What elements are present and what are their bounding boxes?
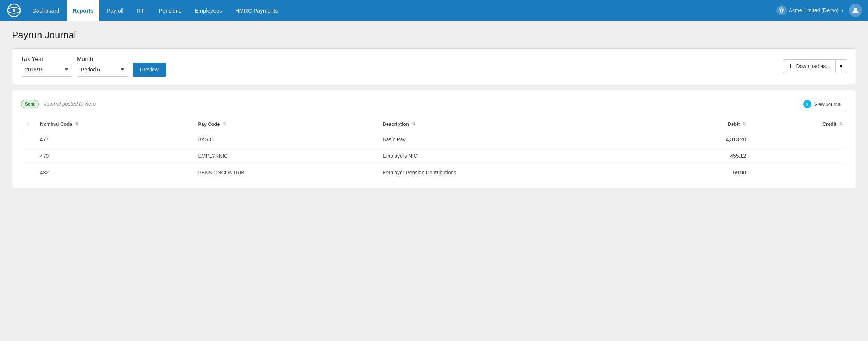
- journal-status: Sent Journal posted to Xero: [21, 100, 96, 108]
- filter-controls: Tax Year 2016/17 2017/18 2018/19 2019/20…: [21, 56, 166, 77]
- th-credit[interactable]: Credit ⇅: [750, 118, 847, 131]
- cell-credit: [750, 164, 847, 181]
- cell-debit: 59.90: [654, 164, 751, 181]
- table-row: 482 PENSIONCONTRIB Employer Pension Cont…: [21, 164, 847, 181]
- nav-hmrc-payments[interactable]: HMRC Payments: [230, 0, 284, 21]
- filter-row: Tax Year 2016/17 2017/18 2018/19 2019/20…: [21, 56, 847, 77]
- sort-debit-icon: ⇅: [743, 122, 746, 127]
- cell-sort: [21, 148, 36, 164]
- company-selector[interactable]: Acme Limited (Demo) ▼: [776, 5, 844, 15]
- download-icon: ⬇: [789, 63, 793, 69]
- tax-year-label: Tax Year: [21, 56, 72, 63]
- main-content: Payrun Journal Tax Year 2016/17 2017/18 …: [0, 21, 868, 197]
- cell-description: Employer Pension Contributions: [378, 164, 654, 181]
- page-title: Payrun Journal: [12, 29, 856, 41]
- table-row: 479 EMPLYRNIC Employers NIC 455.12: [21, 148, 847, 164]
- nav-dashboard[interactable]: Dashboard: [26, 0, 65, 21]
- download-label: Download as...: [796, 63, 830, 69]
- view-journal-button[interactable]: x View Journal: [798, 98, 847, 110]
- cell-pay-code: BASIC: [194, 131, 378, 148]
- cell-sort: [21, 131, 36, 148]
- table-header-row: ⇅ Nominal Code ⇅ Pay Code ⇅: [21, 118, 847, 131]
- th-sort-icon[interactable]: ⇅: [21, 118, 36, 131]
- journal-card: Sent Journal posted to Xero x View Journ…: [12, 90, 856, 188]
- nav-rti[interactable]: RTI: [131, 0, 152, 21]
- download-group: ⬇ Download as... ▼: [783, 59, 847, 73]
- journal-posted-text: Journal posted to Xero: [44, 101, 96, 107]
- nav-reports[interactable]: Reports: [67, 0, 99, 21]
- month-select[interactable]: Period 1 Period 2 Period 3 Period 4 Peri…: [77, 63, 128, 77]
- journal-header: Sent Journal posted to Xero x View Journ…: [21, 98, 847, 110]
- svg-point-5: [854, 8, 857, 11]
- company-name: Acme Limited (Demo): [789, 7, 839, 13]
- nav-employees[interactable]: Employees: [189, 0, 228, 21]
- svg-point-4: [780, 9, 783, 11]
- nav-pensions[interactable]: Pensions: [153, 0, 188, 21]
- cell-pay-code: EMPLYRNIC: [194, 148, 378, 164]
- view-journal-label: View Journal: [814, 102, 842, 107]
- month-group: Month Period 1 Period 2 Period 3 Period …: [77, 56, 128, 77]
- nav-right: Acme Limited (Demo) ▼: [776, 4, 862, 17]
- preview-button[interactable]: Preview: [133, 63, 166, 77]
- download-arrow-button[interactable]: ▼: [835, 59, 847, 73]
- cell-description: Basic Pay: [378, 131, 654, 148]
- tax-year-select[interactable]: 2016/17 2017/18 2018/19 2019/20: [21, 63, 72, 77]
- th-description[interactable]: Description ⇅: [378, 118, 654, 131]
- sort-description-icon: ⇅: [412, 122, 415, 127]
- th-nominal-code[interactable]: Nominal Code ⇅: [36, 118, 194, 131]
- month-label: Month: [77, 56, 128, 63]
- cell-pay-code: PENSIONCONTRIB: [194, 164, 378, 181]
- location-icon: [776, 5, 787, 15]
- cell-credit: [750, 131, 847, 148]
- cell-description: Employers NIC: [378, 148, 654, 164]
- cell-nominal-code: 479: [36, 148, 194, 164]
- download-button[interactable]: ⬇ Download as...: [783, 59, 835, 73]
- sort-credit-icon: ⇅: [839, 122, 843, 127]
- th-pay-code[interactable]: Pay Code ⇅: [194, 118, 378, 131]
- cell-credit: [750, 148, 847, 164]
- sent-badge: Sent: [21, 100, 39, 108]
- nav-payroll[interactable]: Payroll: [101, 0, 129, 21]
- company-dropdown-icon: ▼: [841, 8, 844, 13]
- tax-year-group: Tax Year 2016/17 2017/18 2018/19 2019/20: [21, 56, 72, 77]
- top-nav: Dashboard Reports Payroll RTI Pensions E…: [0, 0, 868, 21]
- cell-debit: 455.12: [654, 148, 751, 164]
- filter-card: Tax Year 2016/17 2017/18 2018/19 2019/20…: [12, 48, 856, 84]
- th-debit[interactable]: Debit ⇅: [654, 118, 751, 131]
- sort-pay-code-icon: ⇅: [223, 122, 226, 127]
- user-avatar[interactable]: [849, 4, 862, 17]
- sort-nominal-code-icon: ⇅: [75, 122, 78, 127]
- xero-icon: x: [803, 100, 811, 108]
- cell-nominal-code: 482: [36, 164, 194, 181]
- cell-sort: [21, 164, 36, 181]
- app-logo: [6, 2, 22, 18]
- table-row: 477 BASIC Basic Pay 4,313.20: [21, 131, 847, 148]
- cell-nominal-code: 477: [36, 131, 194, 148]
- journal-table: ⇅ Nominal Code ⇅ Pay Code ⇅: [21, 118, 847, 181]
- cell-debit: 4,313.20: [654, 131, 751, 148]
